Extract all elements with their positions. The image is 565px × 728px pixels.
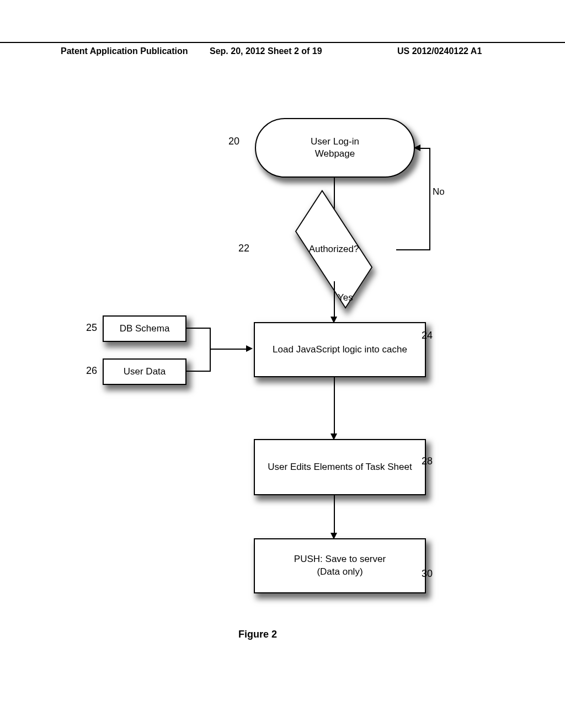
ref-20: 20 <box>228 136 239 147</box>
ref-22: 22 <box>238 243 249 254</box>
ref-28: 28 <box>422 456 433 467</box>
ref-25: 25 <box>86 322 97 334</box>
header-right: US 2012/0240122 A1 <box>397 46 482 56</box>
arrowhead-merge <box>246 345 253 352</box>
edge-no-h-top <box>419 148 430 149</box>
edge-label-yes: Yes <box>338 292 353 303</box>
edge-merge-h <box>210 349 246 350</box>
edge-26-out <box>185 371 210 372</box>
node-login-terminator: User Log-in Webpage <box>255 118 415 178</box>
edge-edit-to-push <box>334 495 335 534</box>
edge-no-h <box>396 249 429 250</box>
header-left: Patent Application Publication <box>61 46 188 56</box>
page-header: Patent Application Publication Sep. 20, … <box>0 42 565 45</box>
node-user-edits: User Edits Elements of Task Sheet <box>254 439 426 495</box>
node-db-schema: DB Schema <box>103 315 186 342</box>
ref-30: 30 <box>422 568 433 580</box>
patent-page: Patent Application Publication Sep. 20, … <box>0 0 565 728</box>
node-authorized-text: Authorized? <box>270 216 397 282</box>
node-authorized-decision: Authorized? <box>270 216 397 282</box>
node-push-save: PUSH: Save to server (Data only) <box>254 538 426 593</box>
edge-label-no: No <box>433 186 445 197</box>
edge-no-v <box>429 148 430 250</box>
edge-25-out <box>185 328 210 329</box>
figure-caption: Figure 2 <box>238 629 277 640</box>
header-mid: Sep. 20, 2012 Sheet 2 of 19 <box>210 46 322 56</box>
edge-merge-v <box>210 328 211 372</box>
ref-24: 24 <box>422 330 433 341</box>
edge-load-to-edit <box>334 377 335 435</box>
ref-26: 26 <box>86 365 97 377</box>
node-user-data: User Data <box>103 358 186 385</box>
edge-yes <box>334 281 335 318</box>
node-load-cache: Load JavaScript logic into cache <box>254 322 426 377</box>
